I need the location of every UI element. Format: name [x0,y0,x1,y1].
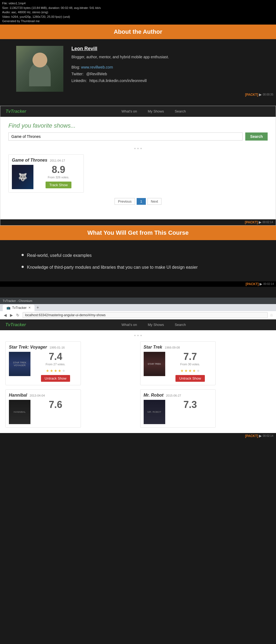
show-card-body-mrrobot: MR. ROBOT 7.3 [144,400,212,424]
show-title-startrek: Star Trek [144,345,162,349]
show-title-hannibal: Hannibal [9,393,27,397]
author-blog: Blog: www.revillweb.com [71,64,169,71]
show-cards-container: Game of Thrones 2011-04-17 8.9 From 326 … [8,154,268,193]
show-poster-mrrobot: MR. ROBOT [144,400,165,424]
author-twitter: Twitter: @RevillWeb [71,71,169,77]
untrack-startrek-btn[interactable]: Untrack Show [175,375,205,382]
show-card-startrek: Star Trek 1966-09-08 STAR TREK 7.7 From … [140,341,216,385]
show-title-mrrobot: Mr. Robot [144,393,164,397]
bullet-dot-2 [22,266,24,268]
show-rating-got: 8.9 From 326 votes. Track Show [37,165,80,188]
author-blog-link[interactable]: www.revillweb.com [81,65,113,69]
video-video: Video: h264, yuv420p, 1280x720, 25.00 fp… [2,15,274,19]
app-logo-1: TvTracker [6,109,26,114]
show-poster-startrek: STAR TREK [144,352,165,376]
stars-voyager: ★ ★ ★ ★ ★ [34,369,77,373]
star2-st: ★ [184,369,188,373]
browser-tab-favicon: 📺 [6,306,11,310]
app-nav-2: TvTracker What's on My Shows Search [0,319,276,330]
browser-back-btn[interactable]: ◀ [3,312,8,318]
bullet-dot-1 [22,254,24,256]
browser-nav-btns: ◀ ▶ ↻ [3,312,20,318]
show-rating-votes-voyager: From 27 votes. [34,363,77,366]
browser-url-bar[interactable]: localhost:63342/mastering-angular-ui-dem… [23,312,268,318]
app-logo-2: TvTracker [5,322,26,327]
pagination-dots-2: • • • [5,333,271,339]
nav-whats-on-2[interactable]: What's on [122,323,137,327]
tvtracker-search-section: TvTracker What's on My Shows Search Find… [0,106,276,226]
timestamp-4: 00:02:14 [263,434,273,437]
search-row: Search [8,132,268,141]
packt-logo-3: [PACKT] ▶ [246,282,262,286]
video-timestamp-bar: [PACKT] ▶ 00:02:14 [0,281,276,287]
browser-titlebar: TvTracker - Chromium [0,298,276,304]
author-photo [16,46,63,92]
nav-my-shows-2[interactable]: My Shows [148,323,164,327]
browser-forward-btn[interactable]: ▶ [9,312,14,318]
show-title-voyager: Star Trek: Voyager [9,345,47,349]
timestamp-1: 00:00:35 [263,93,273,96]
author-info: Leon Revill Blogger, author, mentor, and… [71,46,169,84]
show-rating-num-startrek: 7.7 [168,352,212,362]
show-date-got: 2011-04-17 [50,159,65,162]
show-rating-num-got: 8.9 [37,165,80,175]
show-card-body-voyager: STAR TREK VOYAGER 7.4 From 27 votes. ★ ★… [9,352,77,382]
find-title: Find you favorite shows... [8,122,268,129]
author-linkedin: LinkedIn: https://uk.linkedin.com/in/leo… [71,77,169,84]
browser-new-tab-btn[interactable]: + [34,304,41,311]
tvtracker-myshows-section: TvTracker What's on My Shows Search • • … [0,319,276,439]
show-poster-got [12,165,33,189]
packt-logo-4: [PACKT] ▶ [245,434,261,438]
search-input[interactable] [8,132,243,141]
show-rating-num-hannibal: 7.6 [34,400,77,410]
star4-half: ★ [58,369,61,373]
browser-bookmark-icon[interactable]: ☆ [270,313,273,317]
pagination-bar: Previous 1 Next [8,193,268,207]
pagination-page-1-btn[interactable]: 1 [137,198,146,205]
author-photo-placeholder [16,46,63,92]
search-page-content: Find you favorite shows... Search • • • … [0,117,276,219]
stars-startrek: ★ ★ ★ ★ ★ [168,369,212,373]
video-file: File: video1.1mp4 [2,1,274,6]
star4-st: ★ [192,369,196,373]
pagination-next-btn[interactable]: Next [147,198,162,205]
about-author-section: About the Author Leon Revill Blogger, au… [0,25,276,106]
nav-my-shows-1[interactable]: My Shows [148,109,164,113]
untrack-voyager-btn[interactable]: Untrack Show [41,375,70,382]
browser-tab-close-icon[interactable]: ✕ [28,306,31,309]
show-card-body-got: 8.9 From 326 votes. Track Show [12,165,80,189]
show-title-got: Game of Thrones [12,158,47,162]
show-rating-votes-startrek: From 30 votes. [168,363,212,366]
browser-reload-btn[interactable]: ↻ [15,312,20,318]
timestamp-2: 00:02:14 [263,221,273,224]
star1: ★ [46,369,49,373]
video-generated: Generated by Thumbnail me [2,19,274,23]
show-card-body-hannibal: HANNIBAL 7.6 [9,400,77,424]
show-date-hannibal: 2013-04-04 [30,394,45,397]
show-card-header-startrek: Star Trek 1966-09-08 [144,345,212,350]
track-show-btn-got[interactable]: Track Show [46,182,71,188]
star5-empty: ★ [62,369,65,373]
show-rating-startrek: 7.7 From 30 votes. ★ ★ ★ ★ ★ Untrack Sho… [168,352,212,382]
bullet-text-1: Real-world, useful code examples [27,252,92,259]
nav-search-1[interactable]: Search [175,109,186,113]
browser-tab[interactable]: 📺 TvTracker ✕ [3,305,34,311]
star5-st: ★ [196,369,200,373]
show-card-got: Game of Thrones 2011-04-17 8.9 From 326 … [8,154,84,193]
show-date-startrek: 1966-09-08 [165,346,180,349]
video-audio: Audio: aac, 48000 Hz, stereo (eng) [2,10,274,15]
my-shows-content: • • • Star Trek: Voyager 1995-01-16 STAR… [0,330,276,433]
nav-whats-on-1[interactable]: What's on [122,109,137,113]
show-card-header-mrrobot: Mr. Robot 2015-06-27 [144,393,212,398]
shows-grid: Star Trek: Voyager 1995-01-16 STAR TREK … [5,341,271,428]
nav-links-2: What's on My Shows Search [37,323,271,327]
video-size: Size: 11362720 bytes (10.84 MiB), durati… [2,6,274,10]
search-button[interactable]: Search [245,132,268,141]
bullet-item-2: Knowledge of third-party modules and lib… [22,264,254,271]
about-author-heading: About the Author [0,25,276,39]
browser-section: TvTracker - Chromium 📺 TvTracker ✕ + ◀ ▶… [0,298,276,439]
show-card-header-hannibal: Hannibal 2013-04-04 [9,393,77,398]
bullet-list: Real-world, useful code examples Knowled… [0,247,276,281]
pagination-previous-btn[interactable]: Previous [115,198,135,205]
nav-search-2[interactable]: Search [175,323,186,327]
